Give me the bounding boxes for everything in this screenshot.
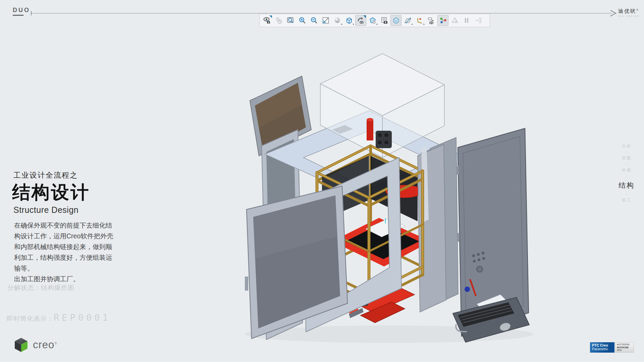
red-motor-top (367, 118, 373, 121)
creo-cube-icon (14, 337, 28, 353)
zoom-in-icon (298, 16, 306, 24)
zoom-region-icon (286, 16, 294, 24)
autodesk-badge: AUTODESK AUTOCAD 2020 (615, 342, 634, 353)
blue-knob (465, 287, 470, 292)
process-nav: 分析/草图/外观/结构/加工 (613, 142, 640, 204)
exit-view-icon (474, 16, 482, 24)
creo-logo: creo® (14, 337, 57, 353)
toolbar-zoom-region-button[interactable] (285, 15, 296, 26)
annotation-toggle-icon (427, 16, 435, 24)
software-badges: PTC Creo Parametric AUTODESK AUTOCAD 202… (590, 342, 634, 353)
ptc-badge-line1: PTC Creo (592, 343, 612, 347)
arrow-head-icon (610, 10, 617, 17)
autodesk-badge-line1: AUTODESK (617, 343, 632, 346)
transparent-display-icon (392, 16, 400, 24)
simplified-rep-label: 即时简化表示： (7, 314, 54, 323)
toolbar-transparent-display-button[interactable] (390, 15, 401, 26)
toolbar-datum-axis-toggle-button[interactable] (414, 15, 425, 26)
zoom-out-icon (310, 16, 318, 24)
description-line-2: 出加工图并协调工厂。 (14, 274, 115, 284)
dropdown-caret-icon (376, 24, 377, 25)
toolbar-annotation-toggle-button[interactable] (426, 15, 437, 26)
creo-logo-mark: ® (54, 342, 57, 345)
page: { "header": { "brand_left": { "name": "D… (0, 0, 644, 362)
toolbar-pause-button[interactable] (461, 15, 472, 26)
red-motor (367, 120, 373, 140)
simplified-rep-value: REP0001 (54, 312, 111, 323)
repaint-icon (322, 16, 330, 24)
toolbar-view-capture-button[interactable] (261, 15, 272, 26)
process-nav-item-2[interactable]: 外观 (613, 168, 640, 173)
spin-view-icon (275, 16, 283, 24)
dyf-logo: 迪优吠® DUO DESIGN (618, 8, 639, 17)
dropdown-corner-icon (363, 15, 366, 18)
simulation-icon (451, 16, 459, 24)
description-paragraph: 在确保外观不变的前提下去细化结构设计工作，运用Creo软件把外壳和内部机械结构链… (14, 220, 115, 284)
timeline-rule (31, 13, 612, 13)
toolbar-exploded-view-button[interactable] (437, 15, 448, 26)
dropdown-caret-icon (341, 24, 342, 25)
toolbar-render-style-button[interactable] (332, 15, 343, 26)
machine-exploded-view[interactable] (221, 45, 557, 347)
kicker-text: 工业设计全流程之 (13, 170, 78, 180)
process-nav-item-4[interactable]: 加工 (613, 197, 640, 203)
toolbar-repaint-button[interactable] (320, 15, 331, 26)
process-nav-separator: / (613, 192, 640, 196)
toolbar-exit-view-button[interactable] (473, 15, 484, 26)
duo-logo: DUO (13, 7, 30, 16)
graphics-toolbar (259, 14, 490, 27)
toolbar-section-view-button[interactable] (367, 15, 378, 26)
render-style-icon (333, 16, 341, 24)
dropdown-caret-icon (411, 24, 413, 25)
toolbar-datum-plane-toggle-button[interactable] (402, 15, 413, 26)
duo-logo-underline (13, 15, 23, 16)
toolbar-display-style-button[interactable] (343, 15, 355, 26)
description-line-1: 在确保外观不变的前提下去细化结构设计工作，运用Creo软件把外壳和内部机械结构链… (14, 220, 115, 274)
dropdown-caret-icon (423, 24, 424, 25)
duo-logo-text: DUO (13, 7, 30, 14)
dropdown-corner-icon (269, 15, 272, 18)
toolbar-zoom-out-button[interactable] (308, 15, 319, 26)
autodesk-badge-line3: 2020 (617, 349, 632, 352)
process-nav-separator: / (613, 175, 640, 178)
page-title: 结构设计 (12, 180, 90, 205)
toolbar-simulation-button[interactable] (449, 15, 460, 26)
section-view-icon (369, 16, 377, 24)
simplified-rep-line: 即时简化表示： REP0001 (7, 312, 111, 323)
toolbar-spin-view-button[interactable] (273, 15, 284, 26)
datum-axis-toggle-icon (416, 16, 424, 24)
cabinet-knob (477, 266, 483, 272)
dyf-logo-subtext: DUO DESIGN (618, 15, 639, 17)
creo-logo-text: creo (33, 339, 54, 351)
pause-icon (463, 16, 471, 24)
toolbar-view-manager-button[interactable] (379, 15, 390, 26)
door-handle (245, 277, 248, 291)
toolbar-reorient-view-button[interactable] (355, 15, 366, 26)
page-subtitle: Structure Design (13, 205, 78, 215)
dyf-logo-text: 迪优吠 (618, 8, 636, 14)
exploded-view-icon (439, 16, 447, 24)
explode-state-label: 分解状态：结构爆炸图 (7, 284, 74, 292)
datum-plane-toggle-icon (404, 16, 412, 24)
dropdown-caret-icon (353, 24, 354, 25)
view-manager-icon (380, 16, 388, 24)
process-nav-item-3-active[interactable]: 结构 (613, 181, 640, 190)
process-nav-item-1[interactable]: 草图 (613, 156, 640, 161)
dyf-logo-mark: ® (636, 8, 639, 11)
display-style-icon (345, 16, 353, 24)
process-nav-item-0[interactable]: 分析 (613, 143, 640, 149)
process-nav-separator: / (613, 163, 640, 166)
ptc-creo-badge: PTC Creo Parametric (590, 342, 614, 353)
toolbar-zoom-in-button[interactable] (297, 15, 308, 26)
process-nav-separator: / (613, 150, 640, 154)
autodesk-badge-line2: AUTOCAD (617, 346, 632, 349)
ptc-badge-line2: Parametric (592, 347, 612, 351)
